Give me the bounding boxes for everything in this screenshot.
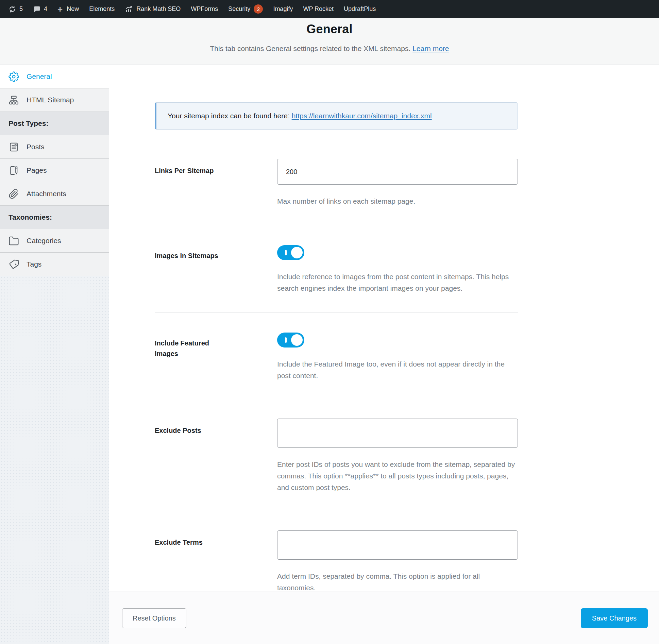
- page-subtitle: This tab contains General settings relat…: [210, 45, 410, 52]
- exclude-terms-label: Exclude Terms: [155, 537, 203, 548]
- toggle-on-marker: [285, 337, 287, 343]
- images-in-sitemaps-toggle[interactable]: [277, 245, 304, 260]
- page-title: General: [0, 22, 659, 36]
- images-in-sitemaps-label: Images in Sitemaps: [155, 251, 218, 261]
- sidebar-tab-categories[interactable]: Categories: [0, 229, 109, 253]
- updates-icon: [9, 5, 16, 13]
- notice-text: Your sitemap index can be found here:: [168, 112, 292, 120]
- settings-header: General This tab contains General settin…: [0, 18, 659, 65]
- include-featured-images-help: Include the Featured Image too, even if …: [277, 358, 518, 382]
- exclude-terms-input[interactable]: [277, 530, 518, 560]
- plus-icon: +: [57, 5, 63, 14]
- sidebar-tab-html-sitemap[interactable]: HTML Sitemap: [0, 88, 109, 112]
- security-menu[interactable]: Security 2: [223, 0, 268, 18]
- updates-count: 5: [19, 5, 23, 13]
- sidebar-tab-attachments[interactable]: Attachments: [0, 182, 109, 206]
- updraftplus-menu[interactable]: UpdraftPlus: [339, 0, 381, 18]
- exclude-posts-label: Exclude Posts: [155, 425, 201, 436]
- sidebar-tab-label: Pages: [27, 166, 47, 174]
- reset-options-button[interactable]: Reset Options: [122, 608, 186, 628]
- page-icon: [9, 165, 19, 176]
- comments-count: 4: [44, 5, 47, 13]
- sidebar-section-post-types: Post Types:: [0, 112, 109, 135]
- sidebar-tab-pages[interactable]: Pages: [0, 159, 109, 182]
- tag-icon: [9, 259, 19, 270]
- sidebar-tab-label: Posts: [27, 143, 45, 151]
- exclude-terms-help: Add term IDs, separated by comma. This o…: [277, 571, 518, 592]
- folder-icon: [9, 236, 19, 246]
- post-icon: [9, 142, 19, 152]
- include-featured-images-toggle[interactable]: [277, 333, 304, 348]
- wp-admin-bar: 5 4 + New Elements Ran: [0, 0, 659, 18]
- save-changes-button[interactable]: Save Changes: [581, 608, 648, 628]
- exclude-posts-help: Enter post IDs of posts you want to excl…: [277, 459, 518, 493]
- toggle-knob: [291, 247, 303, 258]
- sitemap-index-link[interactable]: https://learnwithkaur.com/sitemap_index.…: [292, 112, 432, 120]
- sidebar-tab-general[interactable]: General: [0, 65, 109, 88]
- rank-math-chart-icon: [125, 5, 133, 13]
- wp-rocket-menu[interactable]: WP Rocket: [298, 0, 339, 18]
- gear-icon: [9, 71, 19, 82]
- links-per-sitemap-label: Links Per Sitemap: [155, 166, 214, 176]
- links-per-sitemap-input[interactable]: [277, 159, 518, 185]
- settings-footer: Reset Options Save Changes: [109, 592, 659, 644]
- sidebar-tab-label: Attachments: [27, 190, 66, 198]
- elements-menu[interactable]: Elements: [84, 0, 120, 18]
- learn-more-link[interactable]: Learn more: [412, 45, 449, 52]
- imagify-menu[interactable]: Imagify: [268, 0, 298, 18]
- settings-sidebar: General HTML Sitemap Post Types:: [0, 65, 109, 644]
- paperclip-icon: [9, 189, 19, 199]
- new-label: New: [67, 5, 79, 13]
- updates-menu[interactable]: 5: [3, 0, 28, 18]
- toggle-knob: [291, 334, 303, 346]
- new-content-menu[interactable]: + New: [52, 0, 84, 18]
- exclude-terms-row: Exclude Terms Add term IDs, separated by…: [155, 512, 518, 592]
- sidebar-tab-label: Tags: [27, 260, 41, 268]
- sidebar-tab-label: HTML Sitemap: [27, 96, 74, 104]
- rank-math-menu[interactable]: Rank Math SEO: [120, 0, 186, 18]
- comments-menu[interactable]: 4: [28, 0, 52, 18]
- comments-icon: [33, 5, 40, 13]
- images-in-sitemaps-help: Include reference to images from the pos…: [277, 271, 518, 294]
- toggle-on-marker: [285, 250, 287, 255]
- sitemap-index-notice: Your sitemap index can be found here: ht…: [155, 102, 518, 130]
- sidebar-tab-label: Categories: [27, 237, 61, 245]
- wpforms-menu[interactable]: WPForms: [186, 0, 223, 18]
- sitemap-icon: [9, 95, 19, 105]
- links-per-sitemap-row: Links Per Sitemap Max number of links on…: [155, 130, 518, 225]
- rank-math-sitemap-settings-page: 5 4 + New Elements Ran: [0, 0, 659, 644]
- include-featured-images-row: Include Featured Images Include the Feat…: [155, 312, 518, 400]
- sidebar-tab-label: General: [27, 72, 52, 81]
- sidebar-tab-tags[interactable]: Tags: [0, 253, 109, 276]
- sidebar-section-taxonomies: Taxonomies:: [0, 206, 109, 229]
- links-per-sitemap-help: Max number of links on each sitemap page…: [277, 196, 518, 207]
- security-notification-badge: 2: [254, 4, 263, 14]
- exclude-posts-input[interactable]: [277, 419, 518, 448]
- include-featured-images-label: Include Featured Images: [155, 338, 223, 359]
- sidebar-tab-posts[interactable]: Posts: [0, 135, 109, 159]
- settings-main-panel: Your sitemap index can be found here: ht…: [109, 65, 659, 644]
- exclude-posts-row: Exclude Posts Enter post IDs of posts yo…: [155, 400, 518, 512]
- images-in-sitemaps-row: Images in Sitemaps Include reference to …: [155, 225, 518, 312]
